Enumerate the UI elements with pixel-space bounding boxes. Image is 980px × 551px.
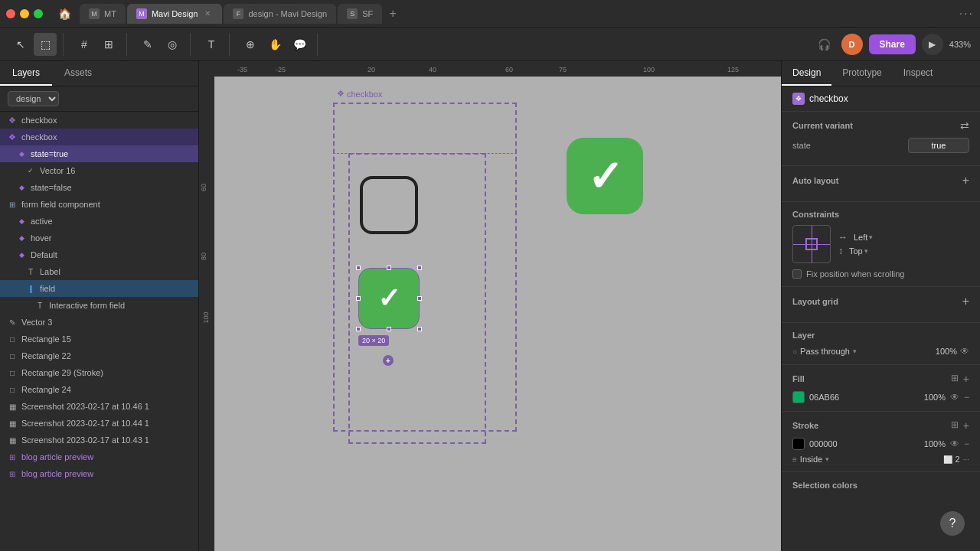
new-tab-button[interactable]: + [384,5,402,23]
handle-tm[interactable] [387,266,391,270]
pen-tool-button[interactable]: ✎ [136,33,159,56]
layer-item-rect29[interactable]: □ Rectangle 29 (Stroke) [0,364,198,381]
stroke-color-swatch[interactable] [792,438,805,450]
minus-fill-button[interactable]: − [964,392,969,403]
handle-bl[interactable] [356,327,361,331]
canvas[interactable]: -35 -25 20 40 60 75 100 125 150 60 80 10… [199,61,781,551]
handle-br[interactable] [417,327,422,331]
layer-item-vector16[interactable]: ✓ Vector 16 [0,162,198,179]
home-icon[interactable]: 🏠 [54,3,75,24]
stroke-color-picker[interactable]: 000000 [792,438,838,450]
checkbox-unchecked[interactable] [360,176,418,234]
text-tool-button[interactable]: T [200,33,223,56]
add-autolayout-button[interactable]: + [962,174,969,187]
fill-color-picker[interactable]: 06AB66 [792,391,839,403]
layer-label-screenshot1: Screenshot 2023-02-17 at 10.46 1 [21,402,149,411]
layer-item-blog2[interactable]: ⊞ blog article preview [0,465,198,482]
comment-tool-button[interactable]: 💬 [288,33,311,56]
checkbox-checked[interactable]: ✓ [358,268,420,329]
select-tool-button[interactable]: ⬚ [34,33,57,56]
tab-close-mavi[interactable]: ✕ [202,8,213,19]
layer-item-blog1[interactable]: ⊞ blog article preview [0,448,198,465]
tab-mavi-design[interactable]: M Mavi Design ✕ [127,4,223,24]
stroke-hex-value[interactable]: 000000 [809,439,838,448]
stroke-width-control[interactable]: ⬜ 2 ··· [943,455,969,464]
layer-item-state-false[interactable]: ◆ state=false [0,179,198,196]
hand-tool-button[interactable]: ✋ [263,33,286,56]
stroke-opacity-value[interactable]: 100% [924,439,946,448]
fill-opacity-value[interactable]: 100% [924,393,946,402]
add-grid-button[interactable]: + [962,295,969,308]
variant-adjust-icon[interactable]: ⇄ [960,119,969,132]
stroke-more-icon[interactable]: ··· [963,455,969,464]
slice-tool-button[interactable]: ⊞ [97,33,120,56]
fix-scroll-checkbox[interactable] [792,269,802,279]
minimize-button[interactable] [20,9,29,18]
eye-icon[interactable]: 👁 [960,346,969,357]
component-tool-button[interactable]: ⊕ [239,33,262,56]
tab-sf[interactable]: S SF [338,4,382,24]
layer-item-screenshot3[interactable]: ▦ Screenshot 2023-02-17 at 10.43 1 [0,432,198,448]
layer-item-screenshot1[interactable]: ▦ Screenshot 2023-02-17 at 10.46 1 [0,398,198,415]
add-button[interactable]: + [383,355,394,366]
layer-item-rect24[interactable]: □ Rectangle 24 [0,381,198,398]
layer-item-checkbox-frame[interactable]: ❖ checkbox [0,129,198,145]
variant-val-state[interactable]: true [908,138,969,153]
canvas-area[interactable]: ❖ checkbox [214,77,781,551]
large-checkbox[interactable]: ✓ [567,138,643,214]
layer-item-label[interactable]: T Label [0,263,198,280]
constraint-v-val[interactable]: Top ▾ [849,246,868,256]
layer-item-active[interactable]: ◆ active [0,213,198,230]
headphone-icon[interactable]: 🎧 [814,34,835,55]
handle-tr[interactable] [417,266,422,270]
layer-opacity-val[interactable]: 100% [936,347,957,356]
handle-ml[interactable] [356,296,361,301]
paint-tool-button[interactable]: ◎ [161,33,184,56]
stroke-grid-icon[interactable]: ⊞ [951,419,959,432]
layer-item-form-field[interactable]: ⊞ form field component [0,196,198,213]
stroke-position-control[interactable]: ≡ Inside ▾ [792,455,829,464]
tab-assets[interactable]: Assets [52,61,104,86]
layer-item-screenshot2[interactable]: ▦ Screenshot 2023-02-17 at 10.44 1 [0,415,198,432]
handle-mr[interactable] [417,296,422,301]
checkbox-selected-container[interactable]: ✓ [358,268,420,329]
more-options-icon[interactable]: ··· [959,7,974,21]
eye-icon-stroke[interactable]: 👁 [950,439,959,449]
design-dropdown[interactable]: design [8,91,59,106]
add-fill-button[interactable]: + [963,373,969,385]
eye-icon-fill[interactable]: 👁 [950,392,959,403]
maximize-button[interactable] [34,9,43,18]
layer-item-interactive[interactable]: T Interactive form field [0,297,198,314]
fill-hex-value[interactable]: 06AB66 [809,393,839,402]
minus-stroke-button[interactable]: − [964,439,969,449]
tab-inspect[interactable]: Inspect [893,61,944,86]
tab-design-mavi[interactable]: F design - Mavi Design [224,4,336,24]
layer-item-field[interactable]: ‖ field [0,280,198,297]
tab-layers[interactable]: Layers [0,61,52,86]
layer-mode[interactable]: ○ Pass through ▾ [792,347,857,356]
fill-color-swatch[interactable] [792,391,805,403]
layer-item-default[interactable]: ◆ Default [0,246,198,263]
move-tool-button[interactable]: ↖ [9,33,32,56]
tab-design[interactable]: Design [782,61,831,86]
close-button[interactable] [6,9,15,18]
share-button[interactable]: Share [869,34,916,54]
tab-mt[interactable]: M MT [80,4,126,24]
layer-section: Layer ○ Pass through ▾ 100% 👁 [782,323,980,365]
fill-grid-icon[interactable]: ⊞ [951,373,959,385]
frame-tool-button[interactable]: # [73,33,96,56]
layer-item-rect15[interactable]: □ Rectangle 15 [0,331,198,347]
play-button[interactable]: ▶ [922,34,943,55]
add-stroke-button[interactable]: + [963,419,969,432]
layer-item-hover[interactable]: ◆ hover [0,230,198,246]
constraint-h-val[interactable]: Left ▾ [854,233,873,242]
stroke-width-val[interactable]: 2 [956,455,960,464]
handle-tl[interactable] [356,266,361,270]
help-button[interactable]: ? [940,511,965,536]
tab-prototype[interactable]: Prototype [831,61,892,86]
layer-item-vector3[interactable]: ✎ Vector 3 [0,314,198,331]
handle-bm[interactable] [387,327,391,331]
layer-item-rect22[interactable]: □ Rectangle 22 [0,347,198,364]
layer-item-state-true[interactable]: ◆ state=true [0,145,198,162]
layer-item-checkbox-component[interactable]: ❖ checkbox [0,112,198,129]
